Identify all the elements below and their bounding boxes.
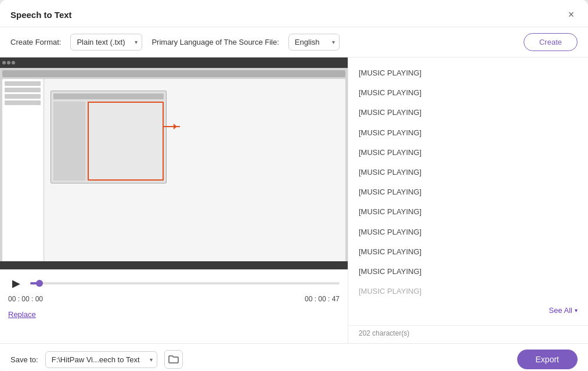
transcript-item[interactable]: [MUSIC PLAYING] (348, 222, 588, 242)
fake-bottom-bar (0, 261, 348, 269)
play-row: ▶ (8, 275, 340, 291)
sidebar-item-2 (5, 88, 41, 92)
transcript-item[interactable]: [MUSIC PLAYING] (348, 182, 588, 202)
char-count: 202 character(s) (348, 325, 588, 343)
dialog-title: Speech to Text (10, 10, 72, 20)
chevron-down-icon: ▾ (575, 307, 578, 314)
see-all-row: See All ▾ (348, 301, 588, 319)
content-area (2, 79, 345, 267)
export-button[interactable]: Export (517, 350, 578, 369)
transcript-item[interactable]: [MUSIC PLAYING] (348, 123, 588, 143)
save-to-label: Save to: (10, 355, 38, 364)
save-select-wrapper: F:\HitPaw Vi...eech to Text ▾ (45, 351, 157, 368)
time-current: 00 : 00 : 00 (8, 295, 43, 303)
folder-button[interactable] (164, 350, 183, 369)
transcript-item[interactable]: [MUSIC PLAYING] (348, 103, 588, 123)
video-body (0, 68, 348, 269)
create-button[interactable]: Create (524, 33, 578, 51)
fake-sidebar (2, 79, 43, 267)
fake-settings-dialog (50, 91, 167, 183)
fake-dialog-title (53, 93, 164, 99)
progress-thumb (36, 280, 43, 287)
fake-dialog-right (88, 102, 164, 181)
format-select-wrapper: Plain text (.txt) SRT VTT ▾ (70, 34, 142, 51)
language-select-wrapper: English Chinese Spanish French German ▾ (288, 34, 340, 51)
transcript-list: [MUSIC PLAYING][MUSIC PLAYING][MUSIC PLA… (348, 57, 588, 325)
close-button[interactable]: × (565, 8, 578, 21)
see-all-button[interactable]: See All ▾ (549, 306, 578, 315)
transcript-item[interactable]: [MUSIC PLAYING] (348, 202, 588, 222)
video-area (0, 57, 348, 269)
taskbar-row (2, 70, 345, 77)
folder-icon (168, 355, 179, 364)
bar-dot-3 (12, 61, 15, 64)
video-thumbnail (0, 57, 348, 269)
toolbar: Create Format: Plain text (.txt) SRT VTT… (0, 27, 588, 57)
transcript-item[interactable]: [MUSIC PLAYING] (348, 83, 588, 103)
language-label: Primary Language of The Source File: (151, 38, 279, 46)
transcript-item[interactable]: [MUSIC PLAYING] (348, 63, 588, 83)
main-content: ▶ 00 : 00 : 00 00 : 00 : 47 Replace [MUS… (0, 57, 588, 343)
format-label: Create Format: (10, 38, 61, 46)
bottom-bar: Save to: F:\HitPaw Vi...eech to Text ▾ E… (0, 343, 588, 371)
fake-arrow (163, 126, 180, 127)
replace-link[interactable]: Replace (0, 308, 348, 321)
fake-main (45, 79, 345, 267)
transcript-item[interactable]: [MUSIC PLAYING] (348, 242, 588, 262)
speech-to-text-dialog: Speech to Text × Create Format: Plain te… (0, 0, 588, 371)
transcript-item[interactable]: [MUSIC PLAYING] (348, 282, 588, 301)
title-bar: Speech to Text × (0, 0, 588, 27)
save-path-select[interactable]: F:\HitPaw Vi...eech to Text (45, 351, 157, 368)
time-total: 00 : 00 : 47 (305, 295, 340, 303)
language-select[interactable]: English Chinese Spanish French German (288, 34, 340, 51)
left-panel: ▶ 00 : 00 : 00 00 : 00 : 47 Replace (0, 57, 348, 343)
transcript-item[interactable]: [MUSIC PLAYING] (348, 143, 588, 163)
sidebar-item-1 (5, 81, 41, 86)
video-top-bar (0, 57, 348, 68)
format-select[interactable]: Plain text (.txt) SRT VTT (70, 34, 142, 51)
bar-dot-1 (2, 61, 6, 64)
time-row: 00 : 00 : 00 00 : 00 : 47 (8, 295, 340, 303)
play-button[interactable]: ▶ (8, 275, 24, 291)
fake-dialog-left (53, 102, 85, 181)
progress-bar[interactable] (30, 282, 340, 284)
sidebar-item-3 (5, 94, 41, 99)
right-panel: [MUSIC PLAYING][MUSIC PLAYING][MUSIC PLA… (348, 57, 588, 343)
fake-dialog-content (53, 102, 164, 181)
transcript-item[interactable]: [MUSIC PLAYING] (348, 163, 588, 182)
player-controls: ▶ 00 : 00 : 00 00 : 00 : 47 (0, 269, 348, 308)
bar-dot-2 (7, 61, 10, 64)
transcript-item[interactable]: [MUSIC PLAYING] (348, 262, 588, 282)
sidebar-item-4 (5, 100, 41, 105)
